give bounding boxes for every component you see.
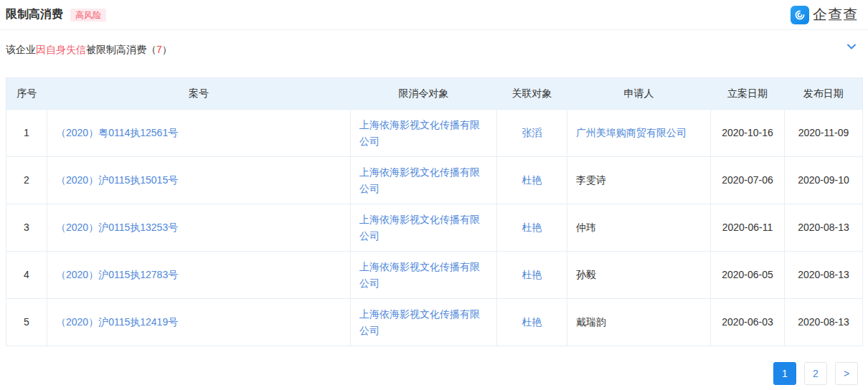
row-index: 1 <box>6 110 47 157</box>
filing-date: 2020-10-16 <box>711 110 785 157</box>
table-row: 4 （2020）沪0115执12783号 上海依海影视文化传播有限公司 杜艳 孙… <box>6 252 863 299</box>
applicant-name: 戴瑞韵 <box>567 299 711 346</box>
filing-date: 2020-07-06 <box>711 157 785 204</box>
applicant-link[interactable]: 广州美埠购商贸有限公司 <box>576 127 687 138</box>
publish-date: 2020-08-13 <box>785 252 863 299</box>
row-index: 4 <box>6 252 47 299</box>
applicant-name: 仲玮 <box>567 204 711 252</box>
col-header-filing-date: 立案日期 <box>711 78 785 110</box>
filing-date: 2020-06-03 <box>711 299 785 346</box>
publish-date: 2020-09-10 <box>785 157 863 204</box>
table-row: 2 （2020）沪0115执15015号 上海依海影视文化传播有限公司 杜艳 李… <box>6 157 863 204</box>
restriction-table-wrap: 序号 案号 限消令对象 关联对象 申请人 立案日期 发布日期 1 （2020）粤… <box>6 77 862 346</box>
case-number-link[interactable]: （2020）粤0114执12561号 <box>56 127 178 138</box>
chevron-down-icon[interactable] <box>846 43 857 50</box>
summary-line: 该企业因自身失信被限制高消费（7） <box>0 30 868 70</box>
target-company-link[interactable]: 上海依海影视文化传播有限公司 <box>359 261 480 288</box>
table-row: 5 （2020）沪0115执12419号 上海依海影视文化传播有限公司 杜艳 戴… <box>6 299 863 346</box>
col-header-publish-date: 发布日期 <box>785 78 863 110</box>
pagination: 1 2 > <box>0 362 858 385</box>
summary-highlight: 因自身失信 <box>36 44 86 55</box>
restriction-table: 序号 案号 限消令对象 关联对象 申请人 立案日期 发布日期 1 （2020）粤… <box>6 77 863 346</box>
applicant-name: 孙毅 <box>567 252 711 299</box>
qichacha-logo[interactable]: 企查查 <box>791 5 858 24</box>
related-person-link[interactable]: 杜艳 <box>522 269 542 280</box>
applicant-name: 李雯诗 <box>567 157 711 204</box>
row-index: 3 <box>6 204 47 252</box>
summary-text: 该企业因自身失信被限制高消费（7） <box>6 44 172 57</box>
summary-count: 7 <box>156 44 162 55</box>
target-company-link[interactable]: 上海依海影视文化传播有限公司 <box>359 214 480 241</box>
table-row: 1 （2020）粤0114执12561号 上海依海影视文化传播有限公司 张滔 广… <box>6 110 863 157</box>
related-person-link[interactable]: 杜艳 <box>522 316 542 328</box>
row-index: 5 <box>6 299 47 346</box>
col-header-case-no: 案号 <box>47 78 351 110</box>
case-number-link[interactable]: （2020）沪0115执15015号 <box>56 174 178 186</box>
table-header-row: 序号 案号 限消令对象 关联对象 申请人 立案日期 发布日期 <box>6 78 863 110</box>
pagination-page-2[interactable]: 2 <box>804 362 827 385</box>
case-number-link[interactable]: （2020）沪0115执12419号 <box>56 316 178 328</box>
related-person-link[interactable]: 杜艳 <box>522 222 542 233</box>
publish-date: 2020-11-09 <box>785 110 863 157</box>
publish-date: 2020-08-13 <box>785 299 863 346</box>
pagination-page-1[interactable]: 1 <box>773 362 796 385</box>
target-company-link[interactable]: 上海依海影视文化传播有限公司 <box>359 166 480 194</box>
col-header-index: 序号 <box>6 78 47 110</box>
top-bar: 限制高消费 高风险 企查查 <box>0 0 868 30</box>
col-header-target: 限消令对象 <box>351 78 497 110</box>
col-header-related: 关联对象 <box>497 78 567 110</box>
filing-date: 2020-06-05 <box>711 252 785 299</box>
publish-date: 2020-08-13 <box>785 204 863 252</box>
qichacha-logo-icon <box>791 6 809 24</box>
target-company-link[interactable]: 上海依海影视文化传播有限公司 <box>359 119 480 146</box>
row-index: 2 <box>6 157 47 204</box>
table-row: 3 （2020）沪0115执13253号 上海依海影视文化传播有限公司 杜艳 仲… <box>6 204 863 252</box>
case-number-link[interactable]: （2020）沪0115执12783号 <box>56 269 178 280</box>
filing-date: 2020-06-11 <box>711 204 785 252</box>
col-header-applicant: 申请人 <box>567 78 711 110</box>
high-risk-badge: 高风险 <box>70 9 106 22</box>
target-company-link[interactable]: 上海依海影视文化传播有限公司 <box>359 308 480 336</box>
page-title: 限制高消费 <box>6 7 63 22</box>
case-number-link[interactable]: （2020）沪0115执13253号 <box>56 222 178 233</box>
related-person-link[interactable]: 张滔 <box>522 127 542 138</box>
pagination-next-button[interactable]: > <box>835 362 858 385</box>
related-person-link[interactable]: 杜艳 <box>522 174 542 186</box>
qichacha-logo-text: 企查查 <box>813 5 858 24</box>
